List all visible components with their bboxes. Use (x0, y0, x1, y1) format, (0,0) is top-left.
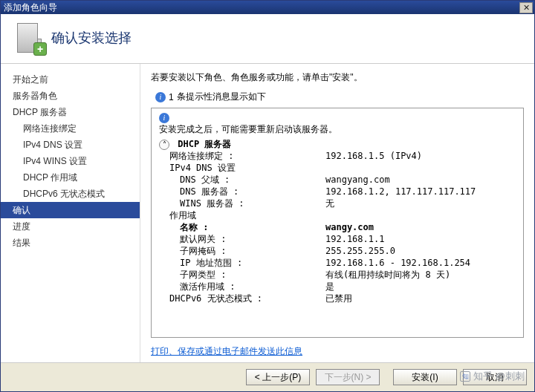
plus-icon: + (33, 42, 47, 56)
row-dns-server: DNS 服务器 : 192.168.1.2, 117.117.117.117 (169, 186, 516, 197)
prev-button[interactable]: < 上一步(P) (246, 369, 310, 385)
wizard-window: 添加角色向导 ✕ + 确认安装选择 开始之前服务器角色DHCP 服务器网络连接绑… (0, 0, 535, 392)
restart-note: 安装完成之后，可能需要重新启动该服务器。 (159, 124, 337, 134)
sidebar-item-3[interactable]: 网络连接绑定 (1, 120, 140, 137)
wizard-steps-sidebar: 开始之前服务器角色DHCP 服务器网络连接绑定IPv4 DNS 设置IPv4 W… (1, 64, 140, 362)
row-scope-header: 作用域 (169, 209, 516, 221)
row-wins-server: WINS 服务器 : 无 (169, 197, 516, 209)
row-activate: 激活作用域 : 是 (169, 281, 516, 293)
row-dhcpv6: DHCPv6 无状态模式 : 已禁用 (169, 293, 516, 304)
link-row: 打印、保存或通过电子邮件发送此信息 (151, 338, 524, 358)
row-subtype: 子网类型 : 有线(租用持续时间将为 8 天) (169, 269, 516, 281)
sidebar-item-9[interactable]: 进度 (1, 218, 140, 235)
sidebar-item-5[interactable]: IPv4 WINS 设置 (1, 153, 140, 169)
close-button[interactable]: ✕ (519, 2, 533, 13)
group-header[interactable]: ˄ DHCP 服务器 (159, 138, 516, 150)
info-text: 条提示性消息显示如下 (177, 91, 266, 103)
sidebar-item-4[interactable]: IPv4 DNS 设置 (1, 137, 140, 153)
sidebar-item-10[interactable]: 结果 (1, 235, 140, 251)
wizard-footer: < 上一步(P) 下一步(N) > 安装(I) 取消 (1, 362, 534, 391)
page-title: 确认安装选择 (51, 29, 132, 47)
wizard-icon: + (11, 22, 44, 54)
sidebar-item-7[interactable]: DHCPv6 无状态模式 (1, 186, 140, 202)
group-title: DHCP 服务器 (178, 139, 231, 149)
row-iprange: IP 地址范围 : 192.168.1.6 - 192.168.1.254 (169, 257, 516, 269)
row-ipv4dns-header: IPv4 DNS 设置 (169, 162, 516, 174)
header-banner: + 确认安装选择 (1, 14, 534, 64)
info-summary: i 1 条提示性消息显示如下 (151, 88, 524, 108)
row-net-bind: 网络连接绑定 : 192.168.1.5 (IPv4) (169, 150, 516, 162)
sidebar-item-6[interactable]: DHCP 作用域 (1, 169, 140, 186)
print-save-email-link[interactable]: 打印、保存或通过电子邮件发送此信息 (151, 346, 302, 356)
window-title: 添加角色向导 (2, 1, 519, 14)
sidebar-item-8[interactable]: 确认 (1, 202, 140, 218)
row-dns-parent: DNS 父域 : wangyang.com (169, 174, 516, 186)
sidebar-item-2[interactable]: DHCP 服务器 (1, 104, 140, 120)
main-panel: 若要安装以下角色、角色服务或功能，请单击"安装"。 i 1 条提示性消息显示如下… (140, 64, 534, 362)
sidebar-item-1[interactable]: 服务器角色 (1, 88, 140, 104)
restart-note-row: i 安装完成之后，可能需要重新启动该服务器。 (159, 113, 516, 135)
confirmation-content: i 安装完成之后，可能需要重新启动该服务器。 ˄ DHCP 服务器 网络连接绑定… (151, 108, 524, 338)
next-button: 下一步(N) > (316, 369, 380, 385)
titlebar[interactable]: 添加角色向导 ✕ (1, 1, 534, 14)
info-icon: i (159, 113, 169, 123)
info-icon: i (155, 92, 166, 102)
row-mask: 子网掩码 : 255.255.255.0 (169, 245, 516, 257)
row-name: 名称 : wangy.com (169, 221, 516, 233)
instruction-text: 若要安装以下角色、角色服务或功能，请单击"安装"。 (151, 71, 524, 84)
cancel-button[interactable]: 取消 (463, 369, 527, 385)
info-count: 1 (169, 92, 174, 102)
install-button[interactable]: 安装(I) (393, 369, 457, 385)
collapse-icon[interactable]: ˄ (159, 140, 169, 150)
sidebar-item-0[interactable]: 开始之前 (1, 71, 140, 88)
row-gateway: 默认网关 : 192.168.1.1 (169, 233, 516, 245)
